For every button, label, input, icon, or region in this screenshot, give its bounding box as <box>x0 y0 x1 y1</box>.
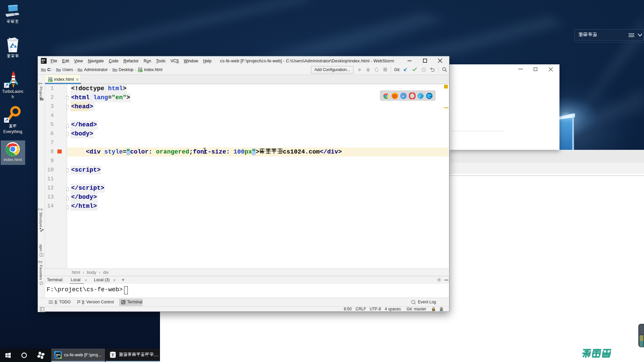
svg-text:H: H <box>49 80 50 82</box>
svg-text:WS: WS <box>42 59 46 61</box>
svg-text:WS: WS <box>56 353 61 356</box>
svg-text:H: H <box>139 70 140 72</box>
svg-text:T: T <box>111 353 114 357</box>
